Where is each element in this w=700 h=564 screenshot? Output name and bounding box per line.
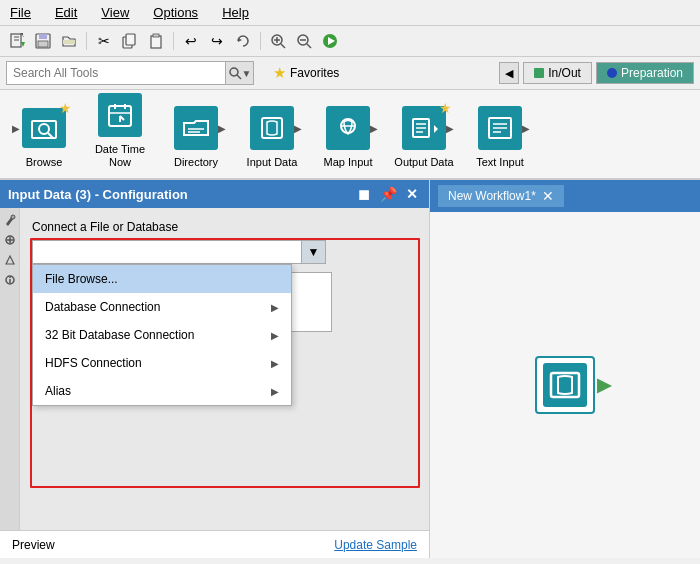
tools-strip: ★ ▶ Browse Date TimeNow ▶ Directory ▶ — [0, 90, 700, 180]
workflow-close-button[interactable]: ✕ — [542, 188, 554, 204]
tab-preparation[interactable]: Preparation — [596, 62, 694, 84]
workflow-node-inputdata[interactable] — [535, 356, 595, 414]
menu-file[interactable]: File — [6, 3, 35, 22]
panel-pin2-button[interactable]: 📌 — [379, 185, 397, 203]
dropdown-database-label: Database Connection — [45, 300, 160, 314]
svg-marker-3 — [21, 42, 25, 47]
update-sample-link[interactable]: Update Sample — [334, 538, 417, 552]
favorites-button[interactable]: ★ Favorites — [264, 61, 348, 85]
svg-point-51 — [9, 277, 11, 279]
search-bar: ▼ ★ Favorites ◀ In/Out Preparation — [0, 57, 700, 90]
zoom-out-button[interactable] — [293, 30, 315, 52]
save-button[interactable] — [32, 30, 54, 52]
file-path-input[interactable] — [32, 240, 302, 264]
dropdown-database-arrow-icon: ▶ — [271, 302, 279, 313]
dropdown-item-alias[interactable]: Alias ▶ — [33, 377, 291, 405]
tool-textinput[interactable]: ▶ Text Input — [462, 99, 538, 174]
mapinput-icon-wrap: ▶ — [324, 104, 372, 152]
paste-button[interactable] — [145, 30, 167, 52]
refresh-button[interactable] — [232, 30, 254, 52]
workflow-node-arrow-icon: ▶ — [597, 374, 611, 396]
panel-header: Input Data (3) - Configuration ◼ 📌 ✕ — [0, 180, 429, 208]
side-tool-btn-1[interactable] — [2, 212, 18, 228]
outputdata-label: Output Data — [394, 156, 453, 169]
menu-edit[interactable]: Edit — [51, 3, 81, 22]
dropdown-32bit-label: 32 Bit Database Connection — [45, 328, 194, 342]
browse-left-arrow-icon: ▶ — [12, 122, 20, 133]
textinput-label: Text Input — [476, 156, 524, 169]
config-area: Connect a File or Database ▼ File Browse… — [20, 208, 429, 530]
main-content: Input Data (3) - Configuration ◼ 📌 ✕ — [0, 180, 700, 558]
mapinput-icon — [326, 106, 370, 150]
outputdata-arrow-icon: ▶ — [446, 122, 454, 133]
dropdown-menu: File Browse... Database Connection ▶ 32 … — [32, 264, 292, 406]
separator-2 — [173, 32, 174, 50]
preparation-color-icon — [607, 68, 617, 78]
right-panel-header: New Workflow1* ✕ — [430, 180, 700, 212]
dropdown-toggle-button[interactable]: ▼ — [302, 240, 326, 264]
panel-header-actions: ◼ 📌 ✕ — [355, 185, 421, 203]
separator-3 — [260, 32, 261, 50]
run-button[interactable] — [319, 30, 341, 52]
file-input-row: ▼ File Browse... Database Connection ▶ 3… — [32, 240, 417, 264]
main-toolbar: ✂ ↩ ↪ — [0, 26, 700, 57]
svg-line-22 — [237, 75, 241, 79]
tool-mapinput[interactable]: ▶ Map Input — [310, 99, 386, 174]
panel-close-button[interactable]: ✕ — [403, 185, 421, 203]
mapinput-label: Map Input — [324, 156, 373, 169]
dropdown-item-hdfs[interactable]: HDFS Connection ▶ — [33, 349, 291, 377]
menu-view[interactable]: View — [97, 3, 133, 22]
textinput-icon — [478, 106, 522, 150]
redo-button[interactable]: ↪ — [206, 30, 228, 52]
directory-icon — [174, 106, 218, 150]
preview-label: Preview — [12, 538, 55, 552]
dropdown-32bit-arrow-icon: ▶ — [271, 330, 279, 341]
tab-area: ◀ In/Out Preparation — [499, 62, 694, 84]
tool-browse[interactable]: ★ ▶ Browse — [6, 99, 82, 174]
workflow-tab-label: New Workflow1* — [448, 189, 536, 203]
new-button[interactable] — [6, 30, 28, 52]
svg-line-13 — [281, 44, 285, 48]
svg-rect-8 — [126, 34, 135, 45]
svg-marker-11 — [238, 38, 242, 42]
datetime-icon-wrap — [96, 91, 144, 139]
dropdown-item-database[interactable]: Database Connection ▶ — [33, 293, 291, 321]
search-button[interactable]: ▼ — [226, 61, 254, 85]
favorites-star-icon: ★ — [273, 64, 286, 82]
tool-directory[interactable]: ▶ Directory — [158, 99, 234, 174]
dropdown-item-32bit[interactable]: 32 Bit Database Connection ▶ — [33, 321, 291, 349]
undo-button[interactable]: ↩ — [180, 30, 202, 52]
workflow-tab[interactable]: New Workflow1* ✕ — [438, 185, 564, 207]
bottom-bar: Preview Update Sample — [0, 530, 429, 558]
search-input[interactable] — [6, 61, 226, 85]
tool-inputdata[interactable]: ▶ Input Data — [234, 99, 310, 174]
panel-pin-button[interactable]: ◼ — [355, 185, 373, 203]
connect-label: Connect a File or Database — [32, 220, 417, 234]
tab-inout[interactable]: In/Out — [523, 62, 592, 84]
side-tool-btn-4[interactable] — [2, 272, 18, 288]
svg-rect-10 — [153, 34, 159, 37]
zoom-in-button[interactable] — [267, 30, 289, 52]
side-tool-btn-2[interactable] — [2, 232, 18, 248]
dropdown-item-browse[interactable]: File Browse... — [33, 265, 291, 293]
directory-icon-wrap: ▶ — [172, 104, 220, 152]
inout-color-icon — [534, 68, 544, 78]
browse-icon-wrap: ★ ▶ — [20, 104, 68, 152]
svg-point-45 — [11, 215, 15, 219]
tab-nav-prev[interactable]: ◀ — [499, 62, 519, 84]
cut-button[interactable]: ✂ — [93, 30, 115, 52]
side-tool-btn-3[interactable] — [2, 252, 18, 268]
dropdown-alias-label: Alias — [45, 384, 71, 398]
menu-options[interactable]: Options — [149, 3, 202, 22]
open-button[interactable] — [58, 30, 80, 52]
copy-button[interactable] — [119, 30, 141, 52]
outputdata-star-icon: ★ — [439, 100, 452, 116]
menu-help[interactable]: Help — [218, 3, 253, 22]
svg-point-24 — [39, 124, 49, 134]
right-panel: New Workflow1* ✕ ▶ — [430, 180, 700, 558]
mapinput-arrow-icon: ▶ — [370, 122, 378, 133]
workflow-node-container: ▶ — [535, 356, 595, 414]
tool-datetime[interactable]: Date TimeNow — [82, 90, 158, 174]
tool-outputdata[interactable]: ★ ▶ Output Data — [386, 99, 462, 174]
svg-point-21 — [230, 68, 238, 76]
